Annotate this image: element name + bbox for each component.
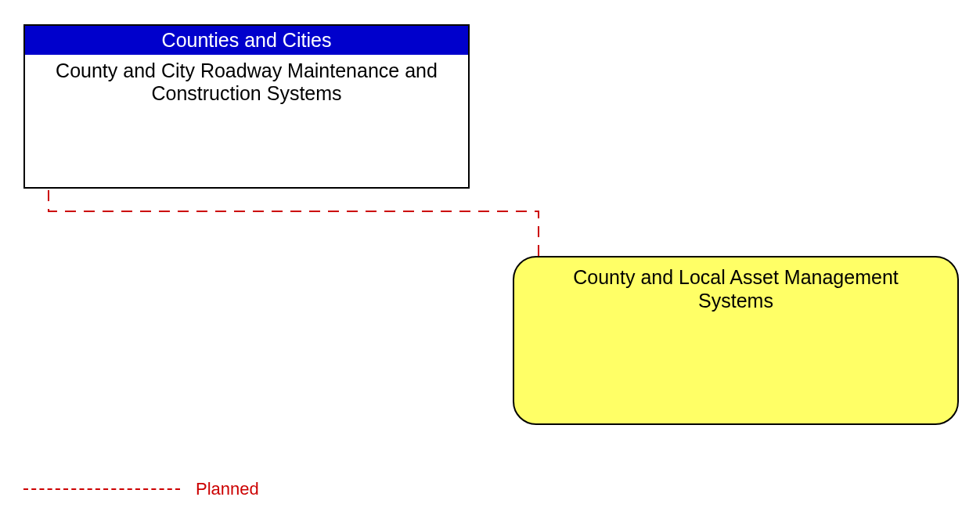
diagram-canvas: Counties and Cities County and City Road… (0, 0, 980, 515)
node-title: County and City Roadway Maintenance and … (25, 55, 468, 187)
legend-planned-label: Planned (196, 479, 259, 499)
node-header: Counties and Cities (25, 26, 468, 55)
node-counties-cities: Counties and Cities County and City Road… (23, 24, 470, 189)
node-asset-management: County and Local Asset Management System… (513, 256, 959, 425)
legend: Planned (23, 479, 259, 499)
legend-planned-swatch (23, 488, 180, 490)
node-title: County and Local Asset Management System… (536, 265, 935, 312)
